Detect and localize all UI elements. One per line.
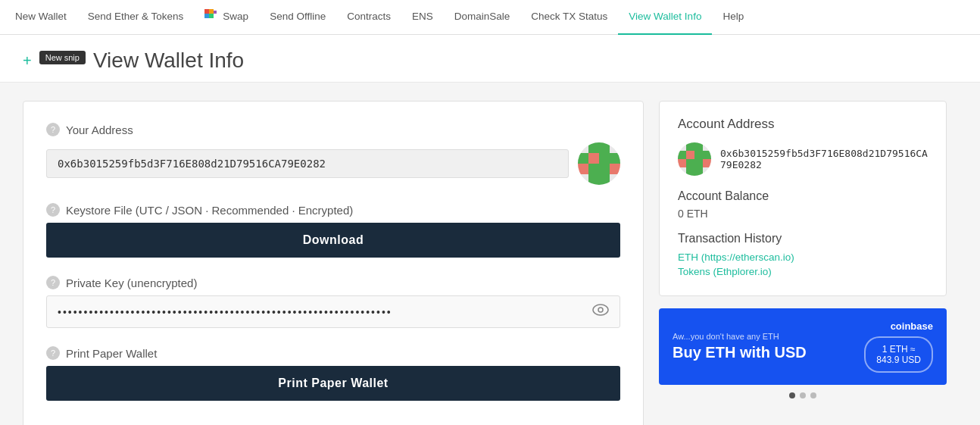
keystore-label: Keystore File (UTC / JSON · Recommended …	[66, 204, 353, 217]
page-title: View Wallet Info	[93, 48, 244, 73]
svg-rect-1	[209, 9, 214, 14]
coinbase-right-col: coinbase 1 ETH ≈ 843.9 USD	[864, 320, 933, 373]
account-address-title: Account Address	[678, 117, 928, 132]
dot-1[interactable]	[789, 392, 795, 398]
svg-rect-31	[686, 167, 694, 176]
account-balance-value: 0 ETH	[678, 208, 928, 220]
svg-point-19	[598, 308, 603, 312]
address-identicon	[578, 142, 620, 185]
svg-rect-2	[204, 14, 209, 18]
left-panel: ? Your Address 0x6b3015259fb5d3F716E808d…	[23, 101, 644, 425]
address-input: 0x6b3015259fb5d3F716E808d21D79516CA79E02…	[46, 149, 569, 178]
nav-domain-sale[interactable]: DomainSale	[444, 0, 521, 35]
private-key-label: Private Key (unencrypted)	[66, 277, 197, 289]
nav-view-wallet[interactable]: View Wallet Info	[618, 0, 712, 35]
svg-point-18	[593, 305, 608, 315]
keystore-help-icon[interactable]: ?	[46, 203, 60, 217]
print-field-row: ? Print Paper Wallet Print Paper Wallet	[46, 346, 620, 401]
account-identicon	[678, 142, 711, 176]
svg-rect-7	[599, 142, 610, 153]
nav-help[interactable]: Help	[712, 0, 754, 35]
svg-rect-30	[703, 159, 711, 167]
address-row: 0x6b3015259fb5d3F716E808d21D79516CA79E02…	[46, 142, 620, 185]
private-key-dots: ••••••••••••••••••••••••••••••••••••••••…	[58, 306, 586, 318]
address-label: Your Address	[66, 123, 133, 136]
download-button[interactable]: Download	[46, 223, 620, 258]
nav-swap[interactable]: Swap	[194, 0, 259, 35]
print-label: Print Paper Wallet	[66, 347, 157, 360]
plus-button[interactable]: +	[23, 52, 32, 70]
svg-rect-32	[694, 167, 703, 176]
nav-new-wallet[interactable]: New Wallet	[15, 0, 77, 35]
dot-3[interactable]	[810, 392, 816, 398]
account-card: Account Address	[659, 101, 947, 296]
nav-contracts[interactable]: Contracts	[336, 0, 401, 35]
private-key-field-row: ? Private Key (unencrypted) ••••••••••••…	[46, 276, 620, 328]
svg-rect-17	[599, 174, 610, 185]
tooltip-bubble: New snip	[39, 51, 86, 64]
svg-rect-14	[599, 164, 610, 174]
svg-rect-6	[588, 142, 599, 153]
svg-rect-8	[578, 153, 588, 164]
coinbase-brand: coinbase	[891, 320, 933, 332]
svg-rect-0	[204, 9, 209, 14]
nav-send-ether[interactable]: Send Ether & Tokens	[77, 0, 195, 35]
svg-rect-11	[610, 153, 620, 164]
swap-icon	[204, 9, 220, 23]
print-button[interactable]: Print Paper Wallet	[46, 366, 620, 401]
coinbase-cta: Buy ETH with USD	[673, 344, 855, 361]
address-help-icon[interactable]: ?	[46, 123, 60, 136]
svg-rect-3	[209, 14, 214, 18]
svg-rect-15	[610, 164, 620, 174]
account-address-text: 0x6b3015259fb5d3F716E808d21D79516CA79E02…	[720, 148, 928, 170]
right-panel: Account Address	[659, 101, 947, 425]
svg-rect-24	[686, 151, 694, 159]
svg-rect-27	[678, 159, 686, 167]
nav-bar: New Wallet Send Ether & Tokens Swap Send…	[0, 0, 980, 35]
nav-check-tx[interactable]: Check TX Status	[520, 0, 618, 35]
svg-rect-26	[703, 151, 711, 159]
svg-rect-23	[678, 151, 686, 159]
keystore-field-row: ? Keystore File (UTC / JSON · Recommende…	[46, 203, 620, 258]
coinbase-text-col: Aw...you don't have any ETH Buy ETH with…	[673, 332, 855, 361]
svg-rect-21	[686, 142, 694, 151]
rate-line1: 1 ETH ≈	[876, 344, 921, 355]
svg-rect-16	[588, 174, 599, 185]
show-private-key-icon[interactable]	[592, 304, 609, 320]
private-key-help-icon[interactable]: ?	[46, 276, 60, 289]
address-field-row: ? Your Address 0x6b3015259fb5d3F716E808d…	[46, 123, 620, 185]
coinbase-banner: Aw...you don't have any ETH Buy ETH with…	[659, 308, 947, 385]
coinbase-rate-btn[interactable]: 1 ETH ≈ 843.9 USD	[864, 336, 933, 373]
tx-history-title: Transaction History	[678, 232, 928, 245]
banner-dots	[659, 392, 947, 398]
account-balance-title: Account Balance	[678, 189, 928, 203]
svg-rect-12	[578, 164, 588, 174]
svg-rect-28	[686, 159, 694, 167]
rate-line2: 843.9 USD	[876, 355, 921, 365]
svg-rect-9	[588, 153, 599, 164]
tx-eth-link[interactable]: ETH (https://etherscan.io)	[678, 252, 928, 263]
print-help-icon[interactable]: ?	[46, 346, 60, 360]
private-key-row: ••••••••••••••••••••••••••••••••••••••••…	[46, 295, 620, 328]
main-content: ? Your Address 0x6b3015259fb5d3F716E808d…	[0, 83, 980, 425]
svg-rect-4	[214, 11, 217, 14]
nav-send-offline[interactable]: Send Offline	[259, 0, 336, 35]
svg-rect-29	[694, 159, 703, 167]
nav-ens[interactable]: ENS	[401, 0, 444, 35]
svg-rect-22	[694, 142, 703, 151]
dot-2[interactable]	[800, 392, 806, 398]
svg-rect-13	[588, 164, 599, 174]
svg-rect-25	[694, 151, 703, 159]
svg-rect-10	[599, 153, 610, 164]
coinbase-label: Aw...you don't have any ETH	[673, 332, 855, 341]
page-header: + New snip View Wallet Info	[0, 35, 980, 83]
tx-tokens-link[interactable]: Tokens (Ethplorer.io)	[678, 266, 928, 277]
account-address-row: 0x6b3015259fb5d3F716E808d21D79516CA79E02…	[678, 142, 928, 176]
